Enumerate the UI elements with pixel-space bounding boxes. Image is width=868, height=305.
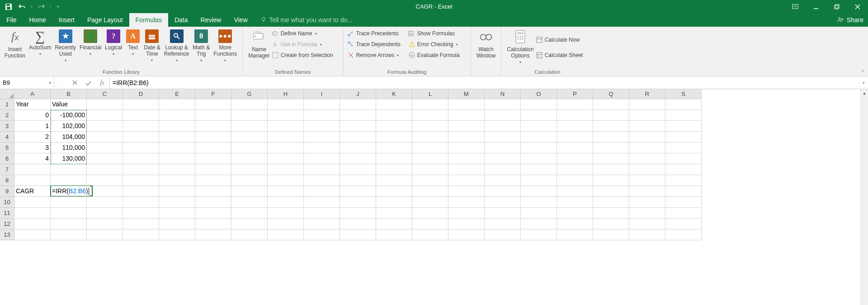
row-header-5[interactable]: 5 — [0, 143, 14, 153]
cell-C13[interactable] — [87, 229, 123, 240]
cell-M11[interactable] — [448, 208, 485, 219]
cell-G11[interactable] — [231, 208, 268, 219]
row-header-10[interactable]: 10 — [0, 197, 14, 208]
cell-N5[interactable] — [485, 143, 521, 153]
cell-G12[interactable] — [231, 219, 268, 229]
row-header-2[interactable]: 2 — [0, 110, 14, 121]
cell-J3[interactable] — [340, 121, 376, 132]
cell-C2[interactable] — [87, 110, 123, 121]
cell-D2[interactable] — [123, 110, 159, 121]
cell-C8[interactable] — [87, 175, 123, 186]
row-header-6[interactable]: 6 — [0, 153, 14, 164]
cell-F12[interactable] — [195, 219, 231, 229]
cell-S10[interactable] — [665, 197, 702, 208]
cell-N1[interactable] — [485, 99, 521, 110]
cell-L13[interactable] — [412, 229, 448, 240]
cell-O5[interactable] — [521, 143, 557, 153]
cell-J7[interactable] — [340, 164, 376, 175]
fx-icon[interactable]: fx — [95, 79, 109, 86]
cell-S8[interactable] — [665, 175, 702, 186]
create-from-selection-button[interactable]: Create from Selection — [272, 51, 340, 60]
tab-data[interactable]: Data — [168, 13, 194, 27]
cell-P1[interactable] — [557, 99, 593, 110]
cell-J5[interactable] — [340, 143, 376, 153]
cell-B6[interactable]: 130,000 — [51, 153, 87, 164]
recently-used-button[interactable]: ★ Recently Used ▾ — [53, 28, 78, 64]
cell-E11[interactable] — [159, 208, 195, 219]
row-header-13[interactable]: 13 — [0, 229, 14, 240]
cell-S7[interactable] — [665, 164, 702, 175]
financial-button[interactable]: 💲 Financial ▾ — [78, 28, 103, 64]
column-header-J[interactable]: J — [340, 89, 376, 99]
cell-O2[interactable] — [521, 110, 557, 121]
cell-C5[interactable] — [87, 143, 123, 153]
cell-O3[interactable] — [521, 121, 557, 132]
cell-S3[interactable] — [665, 121, 702, 132]
cell-M7[interactable] — [448, 164, 485, 175]
cell-Q8[interactable] — [593, 175, 629, 186]
cell-G7[interactable] — [231, 164, 268, 175]
cell-F10[interactable] — [195, 197, 231, 208]
cell-Q9[interactable] — [593, 186, 629, 197]
cell-M5[interactable] — [448, 143, 485, 153]
cell-K9[interactable] — [376, 186, 412, 197]
cell-I5[interactable] — [304, 143, 340, 153]
cell-Q1[interactable] — [593, 99, 629, 110]
cell-K7[interactable] — [376, 164, 412, 175]
cell-I2[interactable] — [304, 110, 340, 121]
cell-M3[interactable] — [448, 121, 485, 132]
cell-J12[interactable] — [340, 219, 376, 229]
cell-H4[interactable] — [268, 132, 304, 143]
cell-B10[interactable] — [51, 197, 87, 208]
cell-R11[interactable] — [629, 208, 665, 219]
cell-O6[interactable] — [521, 153, 557, 164]
cell-L1[interactable] — [412, 99, 448, 110]
column-header-S[interactable]: S — [665, 89, 702, 99]
cell-N3[interactable] — [485, 121, 521, 132]
cell-L11[interactable] — [412, 208, 448, 219]
date-time-button[interactable]: Date & Time ▾ — [142, 28, 162, 64]
cell-A7[interactable] — [14, 164, 51, 175]
cell-Q11[interactable] — [593, 208, 629, 219]
autosum-button[interactable]: ∑ AutoSum ▾ — [27, 28, 53, 64]
cell-B12[interactable] — [51, 219, 87, 229]
cell-P9[interactable] — [557, 186, 593, 197]
insert-function-button[interactable]: fx Insert Function — [3, 28, 27, 64]
cell-L4[interactable] — [412, 132, 448, 143]
cell-L8[interactable] — [412, 175, 448, 186]
cell-G5[interactable] — [231, 143, 268, 153]
tell-me-search[interactable]: Tell me what you want to do... — [254, 13, 353, 27]
cell-I9[interactable] — [304, 186, 340, 197]
cell-M1[interactable] — [448, 99, 485, 110]
cell-G3[interactable] — [231, 121, 268, 132]
ribbon-display-options[interactable] — [785, 0, 806, 13]
cell-H12[interactable] — [268, 219, 304, 229]
vertical-scrollbar[interactable]: ▲ — [860, 89, 868, 305]
close-button[interactable] — [847, 0, 868, 13]
row-header-8[interactable]: 8 — [0, 175, 14, 186]
cell-N2[interactable] — [485, 110, 521, 121]
cell-M13[interactable] — [448, 229, 485, 240]
cell-R8[interactable] — [629, 175, 665, 186]
cell-D13[interactable] — [123, 229, 159, 240]
cell-K3[interactable] — [376, 121, 412, 132]
cell-H2[interactable] — [268, 110, 304, 121]
cell-P13[interactable] — [557, 229, 593, 240]
cell-S2[interactable] — [665, 110, 702, 121]
cell-M4[interactable] — [448, 132, 485, 143]
cell-D10[interactable] — [123, 197, 159, 208]
cell-E7[interactable] — [159, 164, 195, 175]
more-functions-button[interactable]: ●●● More Functions ▾ — [212, 28, 239, 64]
cell-O1[interactable] — [521, 99, 557, 110]
cell-R12[interactable] — [629, 219, 665, 229]
cell-O11[interactable] — [521, 208, 557, 219]
cell-L2[interactable] — [412, 110, 448, 121]
cell-I1[interactable] — [304, 99, 340, 110]
cell-S12[interactable] — [665, 219, 702, 229]
qat-customize[interactable]: ▾ — [53, 4, 62, 9]
collapse-ribbon-button[interactable]: ㅅ — [861, 68, 865, 74]
cell-Q2[interactable] — [593, 110, 629, 121]
cell-R3[interactable] — [629, 121, 665, 132]
cell-H10[interactable] — [268, 197, 304, 208]
cell-A9[interactable]: CAGR — [14, 186, 51, 197]
